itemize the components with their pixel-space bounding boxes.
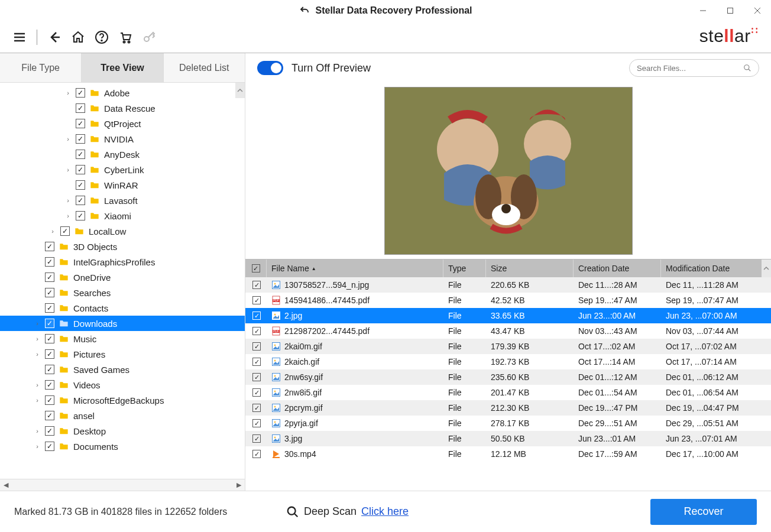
col-size[interactable]: Size [486, 259, 574, 277]
table-row[interactable]: ✓2pyrja.gifFile278.17 KBDec 29...:51 AMD… [245, 416, 771, 431]
search-input[interactable] [637, 64, 738, 73]
row-checkbox[interactable]: ✓ [252, 281, 261, 289]
tree-checkbox[interactable]: ✓ [45, 319, 54, 328]
row-checkbox[interactable]: ✓ [252, 450, 261, 458]
tree-hscrollbar[interactable]: ◀ ▶ [0, 479, 245, 491]
tree-item[interactable]: ›✓Adobe [0, 85, 245, 100]
table-row[interactable]: ✓2nw6sy.gifFile235.60 KBDec 01...:12 AMD… [245, 369, 771, 385]
tree-item[interactable]: ›✓Downloads [0, 316, 245, 331]
tree-item[interactable]: ›✓Music [0, 331, 245, 346]
tab-file-type[interactable]: File Type [0, 53, 82, 83]
tree-scroll-up-icon[interactable] [235, 83, 245, 98]
row-checkbox[interactable]: ✓ [252, 404, 261, 412]
expand-icon[interactable]: › [33, 320, 41, 327]
tab-deleted-list[interactable]: Deleted List [164, 53, 245, 83]
back-icon[interactable] [46, 28, 63, 46]
expand-icon[interactable]: › [33, 381, 41, 388]
tree-checkbox[interactable]: ✓ [76, 211, 85, 220]
table-row[interactable]: ✓2nw8i5.gifFile201.47 KBDec 01...:54 AMD… [245, 385, 771, 400]
tree-item[interactable]: ✓ansel [0, 408, 245, 423]
recover-button[interactable]: Recover [650, 499, 757, 525]
tree-item[interactable]: ›✓NVIDIA [0, 131, 245, 147]
expand-icon[interactable]: › [48, 228, 57, 235]
deep-scan-link[interactable]: Click here [361, 505, 409, 518]
scroll-left-icon[interactable]: ◀ [0, 481, 12, 489]
tab-tree-view[interactable]: Tree View [82, 53, 163, 83]
tree-checkbox[interactable]: ✓ [45, 257, 54, 267]
tree-checkbox[interactable]: ✓ [45, 349, 54, 359]
expand-icon[interactable]: › [64, 212, 72, 219]
tree-checkbox[interactable]: ✓ [45, 288, 54, 297]
tree-item[interactable]: ✓Saved Games [0, 362, 245, 377]
tree-item[interactable]: ✓3D Objects [0, 239, 245, 254]
tree-item[interactable]: ✓Searches [0, 285, 245, 300]
tree-checkbox[interactable]: ✓ [45, 411, 54, 420]
row-checkbox[interactable]: ✓ [252, 312, 261, 320]
expand-icon[interactable]: › [64, 197, 72, 204]
expand-icon[interactable]: › [33, 443, 41, 450]
tree-item[interactable]: ✓IntelGraphicsProfiles [0, 254, 245, 270]
search-icon[interactable] [743, 64, 751, 72]
row-checkbox[interactable]: ✓ [252, 342, 261, 351]
close-button[interactable] [744, 0, 771, 21]
tree-item[interactable]: ›✓Lavasoft [0, 193, 245, 208]
menu-icon[interactable] [11, 28, 28, 46]
tree-checkbox[interactable]: ✓ [76, 88, 85, 98]
row-checkbox[interactable]: ✓ [252, 373, 261, 381]
expand-icon[interactable]: › [33, 397, 41, 404]
table-row[interactable]: ✓2kai0m.gifFile179.39 KBOct 17...:02 AMO… [245, 339, 771, 354]
tree-checkbox[interactable]: ✓ [45, 242, 54, 251]
tree-checkbox[interactable]: ✓ [76, 165, 85, 174]
tree-item[interactable]: ›✓Desktop [0, 423, 245, 439]
table-row[interactable]: ✓130758527...594_n.jpgFile220.65 KBDec 1… [245, 277, 771, 293]
tree-item[interactable]: ›✓Pictures [0, 346, 245, 362]
expand-icon[interactable]: › [33, 427, 41, 434]
tree-item[interactable]: ✓OneDrive [0, 270, 245, 285]
tree-checkbox[interactable]: ✓ [76, 134, 85, 144]
tree-checkbox[interactable]: ✓ [45, 303, 54, 313]
preview-toggle[interactable] [257, 61, 283, 75]
expand-icon[interactable]: › [33, 351, 41, 358]
home-icon[interactable] [69, 28, 87, 46]
tree-checkbox[interactable]: ✓ [60, 226, 70, 236]
tree-checkbox[interactable]: ✓ [45, 395, 54, 405]
tree-item[interactable]: ›✓MicrosoftEdgeBackups [0, 392, 245, 408]
table-row[interactable]: ✓2kaich.gifFile192.73 KBOct 17...:14 AMO… [245, 354, 771, 369]
tree-item[interactable]: ✓WinRAR [0, 177, 245, 193]
key-icon[interactable] [140, 28, 158, 46]
table-row[interactable]: ✓PDF145941486...47445.pdfFile42.52 KBSep… [245, 293, 771, 308]
row-checkbox[interactable]: ✓ [252, 434, 261, 443]
cart-icon[interactable] [116, 28, 134, 46]
tree-item[interactable]: ›✓Xiaomi [0, 208, 245, 223]
tree-checkbox[interactable]: ✓ [76, 180, 85, 190]
tree-checkbox[interactable]: ✓ [45, 365, 54, 374]
tree-checkbox[interactable]: ✓ [45, 273, 54, 282]
tree-item[interactable]: ✓QtProject [0, 116, 245, 131]
scroll-right-icon[interactable]: ▶ [233, 481, 245, 489]
help-icon[interactable] [93, 28, 111, 46]
expand-icon[interactable]: › [64, 166, 72, 173]
tree-checkbox[interactable]: ✓ [76, 196, 85, 205]
row-checkbox[interactable]: ✓ [252, 358, 261, 366]
tree-checkbox[interactable]: ✓ [76, 119, 85, 128]
tree-item[interactable]: ✓AnyDesk [0, 147, 245, 162]
header-checkbox[interactable]: ✓ [245, 259, 267, 277]
table-row[interactable]: ✓PDF212987202...47445.pdfFile43.47 KBNov… [245, 323, 771, 339]
table-row[interactable]: ✓2pcrym.gifFile212.30 KBDec 19...:47 PMD… [245, 400, 771, 416]
search-box[interactable] [629, 59, 759, 77]
tree-checkbox[interactable]: ✓ [45, 442, 54, 451]
table-row[interactable]: ✓30s.mp4File12.12 MBDec 17...:59 AMDec 1… [245, 446, 771, 462]
tree-item[interactable]: ✓Contacts [0, 300, 245, 316]
maximize-button[interactable] [717, 0, 744, 21]
table-scroll-up-icon[interactable] [762, 259, 771, 277]
tree-item[interactable]: ›✓LocalLow [0, 223, 245, 239]
tree-item[interactable]: ✓Data Rescue [0, 100, 245, 116]
undo-icon[interactable] [299, 5, 310, 16]
expand-icon[interactable]: › [33, 335, 41, 342]
col-modification-date[interactable]: Modification Date [661, 259, 771, 277]
tree-item[interactable]: ›✓Documents [0, 439, 245, 454]
expand-icon[interactable]: › [64, 135, 72, 142]
tree-item[interactable]: ›✓Videos [0, 377, 245, 392]
minimize-button[interactable] [689, 0, 717, 21]
row-checkbox[interactable]: ✓ [252, 388, 261, 397]
